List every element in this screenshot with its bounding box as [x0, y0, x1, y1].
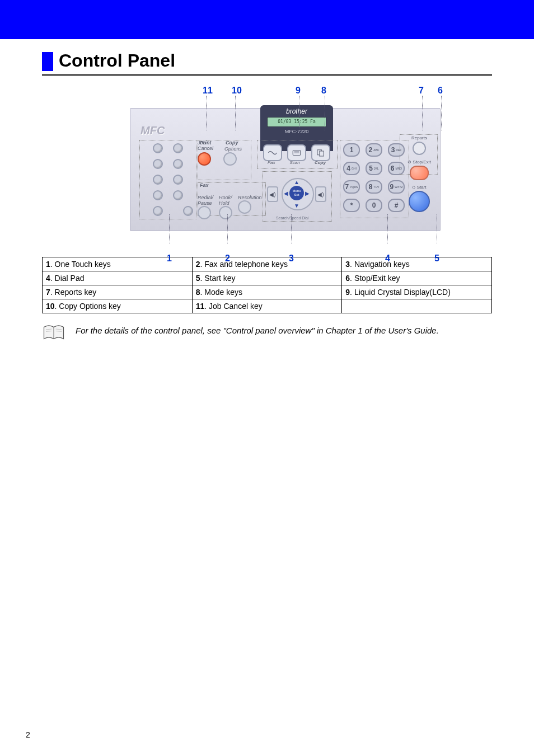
resolution-label: Resolution [238, 195, 262, 200]
start-label: ◇ Start [403, 185, 435, 190]
resolution-button[interactable] [238, 200, 251, 214]
fax-icon [268, 149, 278, 157]
dial-key-#[interactable]: # [388, 199, 405, 212]
reports-button[interactable] [413, 142, 426, 155]
note-text: For the details of the control panel, se… [76, 323, 439, 335]
dial-key-2[interactable]: 2ABC [366, 143, 382, 157]
callout-5: 5 [434, 253, 439, 264]
nav-right-icon: ▶ [305, 190, 310, 196]
control-panel-diagram: 11109876 MFC Print Copy Job Cancel [79, 86, 455, 253]
copy-mode-label: Copy [315, 160, 326, 165]
lcd-display: 01/03 15:25 Fa [267, 117, 326, 127]
callout-9: 9 [296, 86, 301, 96]
dial-key-5[interactable]: 5JKL [366, 162, 382, 175]
fax-mode-label: Fax [268, 160, 275, 165]
copy-mode-key[interactable] [311, 144, 330, 161]
job-cancel-button[interactable] [198, 152, 211, 166]
callout-4: 4 [385, 253, 390, 264]
reports-label: Reports [403, 135, 435, 140]
callout-8: 8 [321, 86, 326, 96]
nav-left-icon: ◀ [284, 190, 288, 196]
key-cell-5: 5. Start key [192, 271, 342, 285]
callout-key-table: 1. One Touch keys2. Fax and telephone ke… [42, 257, 492, 313]
fax-mode-key[interactable] [263, 144, 282, 161]
callout-1: 1 [167, 253, 172, 264]
callout-10: 10 [232, 86, 242, 96]
callout-2: 2 [225, 253, 230, 264]
key-cell-11: 11. Job Cancel key [192, 299, 342, 313]
model-label: MFC-7220 [260, 129, 333, 134]
scan-mode-label: Scan [290, 160, 300, 165]
callout-6: 6 [438, 86, 443, 96]
key-cell-8: 8. Mode keys [192, 285, 342, 299]
copy-options-button[interactable] [223, 152, 237, 166]
hook-hold-label: Hook/ Hold [219, 195, 232, 206]
key-cell-empty [342, 299, 492, 313]
scan-icon [292, 149, 302, 157]
nav-speaker-right[interactable]: ◀) [315, 186, 326, 202]
dial-key-4[interactable]: 4GHI [343, 162, 360, 175]
key-cell-7: 7. Reports key [43, 285, 193, 299]
options-label: Options [224, 146, 242, 152]
stop-exit-button[interactable] [410, 166, 429, 180]
header-bar [0, 0, 534, 39]
book-icon [42, 323, 65, 345]
key-cell-10: 10. Copy Options key [43, 299, 193, 313]
key-cell-2: 2. Fax and telephone keys [192, 257, 342, 271]
nav-down-icon: ▼ [294, 203, 299, 209]
page-title: Control Panel [59, 50, 175, 71]
brother-logo: brother [260, 107, 333, 115]
callout-11: 11 [203, 86, 213, 96]
one-touch-keys [143, 143, 193, 222]
key-cell-3: 3. Navigation keys [342, 257, 492, 271]
heading: Control Panel [42, 50, 492, 76]
stop-exit-label: ⊘ Stop/Exit [403, 159, 435, 165]
nav-up-icon: ▲ [294, 179, 299, 185]
dial-key-0[interactable]: 0 [366, 199, 382, 212]
svg-rect-4 [320, 151, 324, 156]
start-button[interactable] [409, 191, 430, 212]
dial-pad: 12ABC3DEF4GHI5JKL6MNO7PQRS8TUV9WXYZ*0# [343, 143, 405, 217]
device-panel: MFC Print Copy Job Cancel [130, 108, 441, 231]
menu-set-button[interactable]: Menu Set [289, 186, 304, 200]
dial-key-7[interactable]: 7PQRS [343, 180, 360, 194]
key-cell-6: 6. Stop/Exit key [342, 271, 492, 285]
hook-hold-button[interactable] [219, 206, 232, 219]
dial-key-9[interactable]: 9WXYZ [388, 180, 405, 194]
redial-pause-label: Redial/ Pause [198, 195, 213, 206]
redial-pause-button[interactable] [198, 206, 211, 219]
nav-speaker-left[interactable]: ◀) [267, 186, 278, 202]
callout-3: 3 [289, 253, 294, 264]
key-cell-9: 9. Liquid Crystal Display(LCD) [342, 285, 492, 299]
dial-key-*[interactable]: * [343, 199, 360, 212]
search-speed-dial-label: Search/Speed Dial [276, 216, 308, 220]
heading-marker [42, 52, 53, 71]
dial-key-1[interactable]: 1 [343, 143, 360, 157]
page-number: 2 [26, 730, 30, 739]
key-cell-4: 4. Dial Pad [43, 271, 193, 285]
dial-key-8[interactable]: 8TUV [366, 180, 382, 194]
callout-7: 7 [419, 86, 424, 96]
mfc-logo: MFC [140, 124, 165, 137]
scan-mode-key[interactable] [287, 144, 306, 161]
copy-icon [316, 149, 326, 157]
